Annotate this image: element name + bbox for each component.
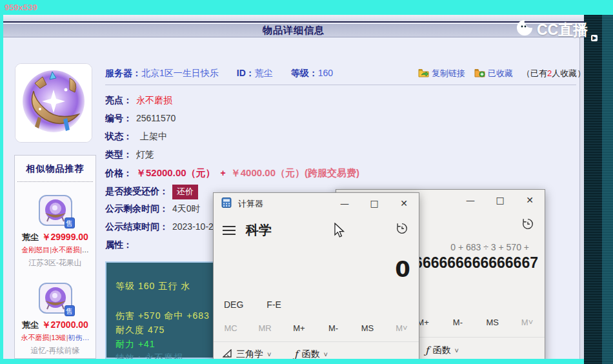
history-icon[interactable] <box>395 221 409 238</box>
maximize-button[interactable]: □ <box>359 193 389 214</box>
history-icon[interactable] <box>521 217 535 234</box>
function-icon: ƒ <box>425 345 429 356</box>
id-label: ID： <box>237 68 255 78</box>
close-button[interactable]: ✕ <box>389 193 419 214</box>
similar-item-1-price: ￥29999.00 <box>42 232 88 242</box>
fe-button[interactable]: F-E <box>266 299 281 310</box>
attr-damage-hit: 伤害 +570 命中 +683 <box>116 310 210 322</box>
id-value: 荒尘 <box>255 68 273 78</box>
resolution-label: 959x539 <box>5 3 37 12</box>
memory-subtract-button[interactable]: M- <box>440 318 475 327</box>
similar-items-title: 相似物品推荐 <box>15 163 95 175</box>
price-row: 价格：￥52000.00（元）+￥4000.00（元）(跨服交易费) <box>105 167 359 179</box>
server-label: 服务器： <box>105 68 141 78</box>
level-value: 160 <box>318 68 333 78</box>
calc-expression: 0 + 683 ÷ 3 + 570 + <box>450 242 529 252</box>
highlight-value: 永不磨损 <box>136 95 172 105</box>
memory-store-button[interactable]: MS <box>475 318 510 327</box>
end-time-row: 公示结束时间：2023-10-2 <box>105 221 214 233</box>
attr-durability: 耐久度 475 <box>116 325 165 336</box>
favorited-button[interactable]: 已收藏 <box>488 68 513 79</box>
scrollbar[interactable] <box>579 37 584 359</box>
similar-item-1-server: 江苏3区-花果山 <box>15 258 95 268</box>
type-row: 类型：灯笼 <box>105 149 154 161</box>
cc-swoosh-icon <box>515 18 534 41</box>
memory-dropdown-button[interactable]: M˅ <box>510 318 545 327</box>
similar-item-2-seller: 荒尘 <box>22 320 39 330</box>
calculator-window-front[interactable]: 计算器 — □ ✕ 科学 0 DEG F-E MC MR M+ <box>213 192 419 364</box>
stream-background-edge <box>602 15 613 364</box>
item-image-card <box>15 63 92 143</box>
favorite-count-note: （已有2人收藏） <box>522 68 585 79</box>
stream-overlay-bottom <box>0 359 584 364</box>
function-dropdown[interactable]: ƒ 函数 ˅ <box>425 345 459 356</box>
attr-level-element: 等级 160 五行 水 <box>116 281 190 292</box>
level-label: 等级： <box>291 68 318 78</box>
copy-link-folder-icon <box>418 68 429 79</box>
chevron-down-icon: ˅ <box>267 350 271 358</box>
memory-add-button[interactable]: M+ <box>282 323 316 333</box>
triangle-icon <box>223 349 232 359</box>
price-main: ￥52000.00（元） <box>136 167 216 178</box>
status-value: 上架中 <box>140 131 167 141</box>
favorite-folder-icon <box>474 68 485 79</box>
minimize-button[interactable]: — <box>330 193 359 214</box>
item-toolbar: 复制链接 已收藏 （已有2人收藏） <box>418 68 585 79</box>
number-row: 编号：25611570 <box>105 113 176 125</box>
similar-item-2-thumbnail[interactable]: 售 <box>39 283 72 314</box>
calculator-display: 0 <box>395 256 410 282</box>
memory-clear-button[interactable]: MC <box>214 323 248 333</box>
cc-logo-text: CC直播 <box>537 20 588 40</box>
end-time-value: 2023-10-2 <box>172 221 214 232</box>
page-top-strip <box>3 15 584 23</box>
similar-item-1-thumbnail[interactable]: 售 <box>39 195 72 226</box>
type-value: 灯笼 <box>136 149 154 159</box>
chevron-down-icon: ˅ <box>455 347 459 354</box>
divider <box>105 85 576 85</box>
memory-recall-button[interactable]: MR <box>248 323 282 333</box>
menu-icon[interactable] <box>223 226 236 235</box>
similar-item-1-tags: 金刚怒目|永不磨损|… <box>15 245 95 255</box>
angle-unit-button[interactable]: DEG <box>224 299 243 310</box>
price-extra: ￥4000.00（元）(跨服交易费) <box>231 167 359 178</box>
similar-item-1-seller: 荒尘 <box>22 232 39 242</box>
play-badge-icon: ▶ <box>591 35 598 41</box>
mouse-cursor <box>334 223 345 241</box>
close-button[interactable]: ✕ <box>515 190 545 210</box>
calculator-app-icon <box>221 197 232 210</box>
on-sale-badge: 售 <box>65 217 75 228</box>
similar-items-panel: 相似物品推荐 售 荒尘 ￥29999.00 金刚怒目|永不磨损|… 江苏3区-花… <box>14 155 96 359</box>
chevron-down-icon: ˅ <box>324 350 328 358</box>
attr-stamina: 耐力 +41 <box>116 339 156 350</box>
screen: 959x539 物品详细信息 CC直播 ▶ <box>0 0 613 364</box>
memory-subtract-button[interactable]: M- <box>316 323 350 333</box>
remain-time-row: 公示剩余时间：4天0时 <box>105 203 201 215</box>
cc-live-watermark: CC直播 ▶ <box>515 18 598 41</box>
status-row: 状态：上架中 <box>105 131 167 143</box>
calculator-titlebar: 计算器 <box>221 197 263 210</box>
remain-time-value: 4天0时 <box>172 203 201 214</box>
memory-store-button[interactable]: MS <box>350 323 385 333</box>
highlight-row: 亮点：永不磨损 <box>105 95 172 106</box>
similar-item-2-server: 追忆-再续前缘 <box>15 345 95 356</box>
bargain-badge: 还价 <box>172 185 198 199</box>
on-sale-badge: 售 <box>65 305 75 316</box>
server-value: 北京1区一生日快乐 <box>141 68 219 78</box>
similar-item-2[interactable]: 售 荒尘 ￥27000.00 永不磨损|13锻|初伤… 追忆-再续前缘 <box>15 283 95 356</box>
item-number: 25611570 <box>136 113 176 123</box>
memory-dropdown-button[interactable]: M˅ <box>385 323 419 333</box>
minimize-button[interactable]: — <box>456 190 485 210</box>
copy-link-button[interactable]: 复制链接 <box>432 68 465 79</box>
divider <box>17 181 93 182</box>
price-plus: + <box>221 168 226 178</box>
page-title: 物品详细信息 <box>263 25 325 37</box>
maximize-button[interactable]: □ <box>485 190 515 210</box>
page-header: 物品详细信息 <box>3 24 584 37</box>
calculator-mode: 科学 <box>246 221 272 239</box>
similar-item-1[interactable]: 售 荒尘 ￥29999.00 金刚怒目|永不磨损|… 江苏3区-花果山 <box>15 195 95 268</box>
item-summary-row: 服务器：北京1区一生日快乐ID：荒尘等级：160 <box>105 68 333 79</box>
attributes-label-row: 属性： <box>105 239 136 251</box>
item-image <box>15 64 92 142</box>
similar-item-2-tags: 永不磨损|13锻|初伤… <box>15 333 95 343</box>
similar-item-2-price: ￥27000.00 <box>42 319 88 330</box>
